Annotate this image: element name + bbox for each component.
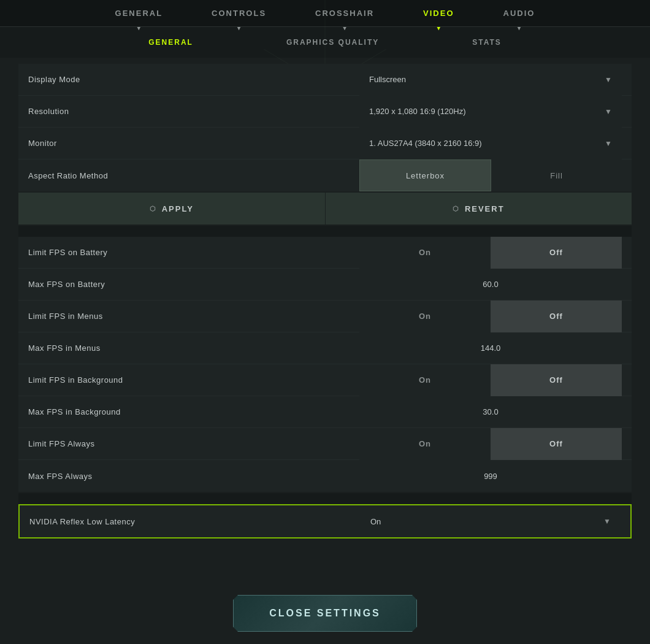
max-fps-menus-display: 144.0 <box>359 332 622 364</box>
limit-fps-bg-on[interactable]: On <box>359 364 491 396</box>
limit-fps-always-off[interactable]: Off <box>491 428 622 460</box>
nvidia-reflex-dropdown[interactable]: On ▼ <box>361 505 621 537</box>
limit-fps-always-row: Limit FPS Always On Off <box>18 428 632 460</box>
limit-fps-bg-row: Limit FPS in Background On Off <box>18 364 632 396</box>
apply-button[interactable]: ⬡ APPLY <box>18 193 326 224</box>
display-mode-value: Fullscreen ▼ <box>359 64 622 96</box>
resolution-row: Resolution 1,920 x 1,080 16:9 (120Hz) ▼ <box>18 96 632 128</box>
aspect-ratio-group: Letterbox Fill <box>359 159 622 191</box>
max-fps-bg-row: Max FPS in Background 30.0 <box>18 396 632 428</box>
close-settings-container: CLOSE SETTINGS <box>0 595 650 644</box>
max-fps-battery-label: Max FPS on Battery <box>28 280 359 289</box>
max-fps-bg-label: Max FPS in Background <box>28 407 359 416</box>
monitor-row: Monitor 1. AUS27A4 (3840 x 2160 16:9) ▼ <box>18 128 632 159</box>
tab-audio[interactable]: AUDIO <box>479 0 560 27</box>
max-fps-menus-label: Max FPS in Menus <box>28 343 359 353</box>
revert-button[interactable]: ⬡ REVERT <box>326 193 632 224</box>
revert-icon: ⬡ <box>453 205 460 213</box>
max-fps-battery-display: 60.0 <box>359 269 622 301</box>
max-fps-menus-row: Max FPS in Menus 144.0 <box>18 332 632 364</box>
dropdown-arrow-icon: ▼ <box>605 107 612 116</box>
main-content: Display Mode Fullscreen ▼ Resolution 1,9… <box>0 58 650 546</box>
dropdown-arrow-icon: ▼ <box>605 139 612 148</box>
limit-fps-battery-label: Limit FPS on Battery <box>28 248 359 257</box>
limit-fps-bg-value: On Off <box>359 364 622 396</box>
close-settings-button[interactable]: CLOSE SETTINGS <box>233 595 417 632</box>
max-fps-battery-value: 60.0 <box>359 269 622 301</box>
limit-fps-menus-off[interactable]: Off <box>491 301 622 332</box>
dropdown-arrow-icon: ▼ <box>605 75 612 84</box>
aspect-ratio-label: Aspect Ratio Method <box>28 171 359 180</box>
subtab-graphics[interactable]: GRAPHICS QUALITY <box>277 33 389 52</box>
max-fps-bg-value: 30.0 <box>359 396 622 428</box>
max-fps-menus-value: 144.0 <box>359 332 622 364</box>
subtab-general[interactable]: GENERAL <box>139 33 203 52</box>
dropdown-arrow-nvidia-icon: ▼ <box>603 517 611 526</box>
max-fps-bg-display: 30.0 <box>359 396 622 428</box>
limit-fps-battery-toggle: On Off <box>359 237 622 269</box>
limit-fps-battery-off[interactable]: Off <box>491 237 622 269</box>
limit-fps-bg-label: Limit FPS in Background <box>28 375 359 385</box>
tab-general[interactable]: GENERAL <box>91 0 188 27</box>
limit-fps-battery-row: Limit FPS on Battery On Off <box>18 237 632 269</box>
tab-controls[interactable]: CONTROLS <box>187 0 291 27</box>
max-fps-always-display: 999 <box>359 460 622 492</box>
tab-crosshair[interactable]: CROSSHAIR <box>291 0 399 27</box>
nvidia-reflex-value: On ▼ <box>361 505 621 537</box>
sub-nav: GENERAL GRAPHICS QUALITY STATS <box>0 27 650 58</box>
monitor-label: Monitor <box>28 139 359 148</box>
top-nav: GENERAL CONTROLS CROSSHAIR VIDEO AUDIO <box>0 0 650 27</box>
limit-fps-menus-value: On Off <box>359 301 622 332</box>
nvidia-section: NVIDIA Reflex Low Latency On ▼ <box>18 504 632 539</box>
aspect-ratio-row: Aspect Ratio Method Letterbox Fill <box>18 159 632 191</box>
limit-fps-battery-value: On Off <box>359 237 622 269</box>
limit-fps-bg-toggle: On Off <box>359 364 622 396</box>
nvidia-reflex-label: NVIDIA Reflex Low Latency <box>29 517 361 526</box>
fill-btn[interactable]: Fill <box>491 159 622 191</box>
apply-icon: ⬡ <box>150 205 157 213</box>
section-gap-2 <box>18 493 632 504</box>
fps-section: Limit FPS on Battery On Off Max FPS on B… <box>18 237 632 492</box>
monitor-dropdown[interactable]: 1. AUS27A4 (3840 x 2160 16:9) ▼ <box>359 128 622 159</box>
display-mode-dropdown[interactable]: Fullscreen ▼ <box>359 64 622 96</box>
limit-fps-menus-toggle: On Off <box>359 301 622 332</box>
limit-fps-always-toggle: On Off <box>359 428 622 460</box>
monitor-value: 1. AUS27A4 (3840 x 2160 16:9) ▼ <box>359 128 622 159</box>
limit-fps-battery-on[interactable]: On <box>359 237 491 269</box>
display-section: Display Mode Fullscreen ▼ Resolution 1,9… <box>18 64 632 191</box>
limit-fps-menus-row: Limit FPS in Menus On Off <box>18 301 632 332</box>
resolution-label: Resolution <box>28 107 359 116</box>
limit-fps-always-on[interactable]: On <box>359 428 491 460</box>
subtab-stats[interactable]: STATS <box>462 33 511 52</box>
resolution-value: 1,920 x 1,080 16:9 (120Hz) ▼ <box>359 96 622 128</box>
max-fps-always-value: 999 <box>359 460 622 492</box>
letterbox-btn[interactable]: Letterbox <box>359 159 491 191</box>
limit-fps-always-label: Limit FPS Always <box>28 439 359 448</box>
max-fps-always-label: Max FPS Always <box>28 472 359 481</box>
aspect-ratio-value: Letterbox Fill <box>359 159 622 191</box>
limit-fps-always-value: On Off <box>359 428 622 460</box>
section-gap <box>18 226 632 237</box>
limit-fps-bg-off[interactable]: Off <box>491 364 622 396</box>
action-row: ⬡ APPLY ⬡ REVERT <box>18 193 632 224</box>
nvidia-reflex-row: NVIDIA Reflex Low Latency On ▼ <box>20 505 630 537</box>
tab-video[interactable]: VIDEO <box>399 0 478 27</box>
max-fps-always-row: Max FPS Always 999 <box>18 460 632 492</box>
display-mode-label: Display Mode <box>28 75 359 84</box>
display-mode-row: Display Mode Fullscreen ▼ <box>18 64 632 96</box>
limit-fps-menus-on[interactable]: On <box>359 301 491 332</box>
max-fps-battery-row: Max FPS on Battery 60.0 <box>18 269 632 301</box>
resolution-dropdown[interactable]: 1,920 x 1,080 16:9 (120Hz) ▼ <box>359 96 622 128</box>
limit-fps-menus-label: Limit FPS in Menus <box>28 312 359 321</box>
